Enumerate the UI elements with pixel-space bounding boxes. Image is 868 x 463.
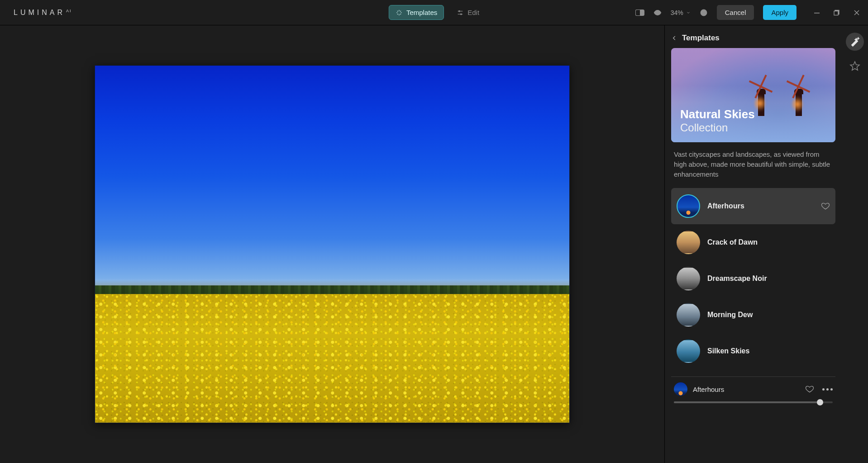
applied-preset-bar: Afterhours [671, 382, 835, 400]
preset-name: Morning Dew [707, 311, 753, 319]
applied-preset-thumb [674, 382, 687, 396]
panel-header: Templates [671, 34, 835, 43]
preset-name: Dreamscape Noir [707, 275, 767, 283]
maximize-icon[interactable] [834, 10, 840, 16]
tab-templates-label: Templates [406, 9, 437, 16]
eye-icon[interactable] [653, 9, 662, 17]
preset-name: Afterhours [707, 202, 744, 210]
divider [671, 376, 835, 377]
magic-templates-icon[interactable] [846, 33, 864, 51]
canvas-area [0, 25, 664, 463]
top-bar: LUMINAR AI Templates Edit 34% [0, 0, 868, 25]
minimize-icon[interactable] [814, 10, 820, 16]
svg-point-4 [656, 11, 658, 14]
tab-edit-label: Edit [467, 9, 479, 16]
templates-panel: Templates Natural Skies Collection [665, 25, 842, 463]
right-controls: 34% Cancel Apply [635, 5, 868, 20]
favorite-icon[interactable] [805, 385, 814, 394]
preset-thumb [677, 339, 700, 363]
cancel-button[interactable]: Cancel [717, 5, 754, 20]
preset-afterhours[interactable]: Afterhours [671, 188, 835, 224]
applied-preset-name: Afterhours [693, 386, 724, 393]
panel-title: Templates [682, 34, 720, 43]
preset-silken-skies[interactable]: Silken Skies [671, 333, 835, 369]
preview-image[interactable] [95, 65, 570, 423]
tab-templates[interactable]: Templates [389, 5, 444, 20]
window-controls [814, 10, 860, 16]
mode-tabs: Templates Edit [389, 5, 479, 20]
preset-thumb [677, 267, 700, 290]
preset-dreamscape-noir[interactable]: Dreamscape Noir [671, 260, 835, 297]
back-chevron-icon[interactable] [671, 35, 677, 41]
svg-rect-7 [814, 13, 820, 14]
help-icon[interactable] [700, 9, 708, 17]
sparkle-icon [396, 9, 403, 16]
svg-point-3 [461, 14, 462, 15]
collection-description: Vast cityscapes and landscapes, as viewe… [671, 150, 835, 179]
more-icon[interactable] [822, 388, 833, 391]
favorite-rail-icon[interactable] [849, 61, 860, 72]
preset-thumb [677, 231, 700, 254]
zoom-value: 34% [671, 9, 683, 16]
preset-name: Crack of Dawn [707, 238, 758, 246]
preset-amount-slider[interactable] [674, 401, 833, 403]
preset-morning-dew[interactable]: Morning Dew [671, 297, 835, 333]
preset-name: Silken Skies [707, 347, 749, 355]
tab-edit[interactable]: Edit [457, 9, 479, 16]
close-icon[interactable] [854, 10, 860, 16]
collection-card[interactable]: Natural Skies Collection [671, 48, 835, 142]
slider-handle[interactable] [817, 399, 823, 405]
sidebar: Templates Natural Skies Collection [664, 25, 868, 463]
compare-icon[interactable] [635, 10, 644, 16]
collection-title: Natural Skies [680, 107, 755, 121]
svg-point-1 [459, 10, 460, 12]
preset-crack-of-dawn[interactable]: Crack of Dawn [671, 224, 835, 260]
svg-point-6 [703, 14, 704, 14]
svg-rect-9 [834, 11, 838, 15]
preset-list: AfterhoursCrack of DawnDreamscape NoirMo… [671, 188, 835, 369]
content: Templates Natural Skies Collection [0, 25, 868, 463]
heart-icon[interactable] [821, 202, 830, 211]
side-rail [842, 25, 868, 463]
apply-button[interactable]: Apply [763, 5, 796, 20]
preset-thumb [677, 303, 700, 327]
svg-marker-12 [850, 62, 859, 70]
app-name-sup: AI [66, 9, 72, 13]
collection-subtitle: Collection [680, 121, 755, 134]
preset-thumb [677, 194, 700, 218]
sliders-icon [457, 9, 464, 16]
zoom-dropdown[interactable]: 34% [671, 9, 691, 16]
app-name: LUMINAR [14, 9, 65, 17]
app-logo: LUMINAR AI [14, 9, 72, 17]
chevron-down-icon [686, 10, 691, 15]
